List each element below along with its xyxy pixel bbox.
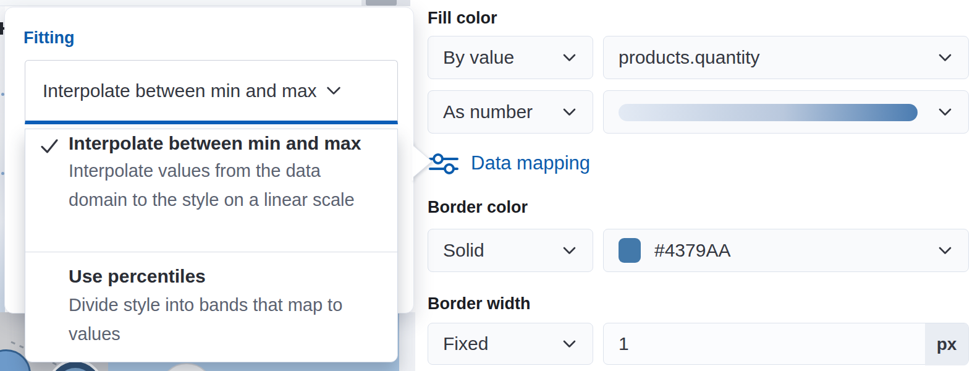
data-mapping-label: Data mapping [471, 152, 590, 174]
option-title: Use percentiles [69, 266, 206, 287]
border-color-select[interactable]: #4379AA [603, 229, 969, 272]
color-ramp [619, 104, 918, 121]
fill-color-heading: Fill color [428, 9, 497, 28]
color-ramp-select[interactable] [603, 90, 969, 134]
border-style-type-value: Solid [443, 240, 554, 261]
fill-style-type-select[interactable]: By value [428, 36, 593, 79]
chevron-down-icon [324, 82, 343, 100]
number-format-select[interactable]: As number [428, 90, 593, 134]
border-width-input[interactable] [619, 333, 911, 354]
chevron-down-icon [561, 104, 578, 121]
popover-arrow [412, 142, 434, 181]
background-panel-top-edge [0, 0, 410, 6]
chevron-down-icon [937, 49, 953, 66]
option-interpolate-min-max[interactable]: Interpolate between min and max Interpol… [25, 129, 397, 252]
number-format-value: As number [443, 101, 554, 122]
chevron-down-icon [937, 242, 953, 259]
chevron-down-icon [937, 104, 953, 121]
border-color-heading: Border color [428, 198, 528, 217]
option-description: Divide style into bands that map to valu… [69, 291, 382, 349]
border-width-type-select[interactable]: Fixed [428, 323, 593, 365]
screenshot-root: Fill color By value products.quantity As… [0, 0, 980, 371]
option-use-percentiles[interactable]: Use percentiles Divide style into bands … [25, 252, 397, 362]
border-width-unit: px [925, 323, 968, 365]
border-width-field: px [603, 323, 969, 365]
fill-field-value: products.quantity [619, 47, 929, 68]
scrollbar-track[interactable] [361, 0, 410, 6]
chevron-down-icon [561, 49, 578, 66]
fill-style-type-value: By value [443, 47, 554, 68]
border-width-heading: Border width [428, 294, 531, 313]
fitting-options-listbox: Interpolate between min and max Interpol… [25, 129, 398, 362]
option-description: Interpolate values from the data domain … [69, 156, 382, 215]
chevron-down-icon [561, 242, 578, 259]
border-color-value: #4379AA [654, 240, 929, 261]
check-icon [39, 135, 60, 156]
fill-field-select[interactable]: products.quantity [603, 36, 969, 79]
border-style-type-select[interactable]: Solid [428, 229, 593, 272]
fitting-select-value: Interpolate between min and max [43, 80, 317, 101]
border-width-type-value: Fixed [443, 333, 554, 354]
fitting-select[interactable]: Interpolate between min and max [25, 60, 398, 124]
scrollbar-thumb[interactable] [366, 0, 397, 6]
color-swatch [619, 238, 641, 263]
option-title: Interpolate between min and max [69, 133, 361, 154]
chevron-down-icon [561, 336, 578, 352]
fitting-label: Fitting [23, 28, 74, 48]
style-settings-panel: Fill color By value products.quantity As… [415, 0, 980, 371]
data-mapping-button[interactable]: Data mapping [429, 147, 590, 179]
